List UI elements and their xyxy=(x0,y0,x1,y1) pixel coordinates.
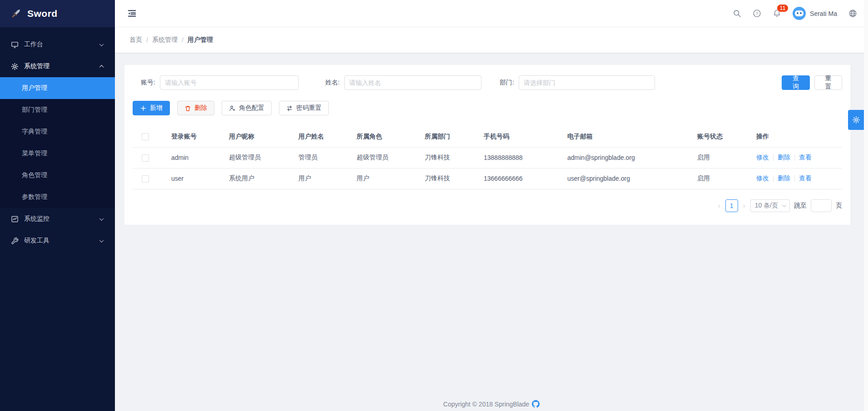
account-label: 账号: xyxy=(141,79,155,87)
query-button[interactable]: 查 询 xyxy=(782,75,810,90)
page-size-select[interactable]: 10 条/页 xyxy=(750,199,790,212)
action-divider xyxy=(794,154,795,161)
chevron-down-icon xyxy=(99,42,104,46)
add-button[interactable]: 新增 xyxy=(133,101,170,115)
github-icon[interactable] xyxy=(532,400,540,408)
cell-department: 刀锋科技 xyxy=(416,168,475,189)
submenu-item-label: 部门管理 xyxy=(22,106,47,114)
notifications-button[interactable]: 11 xyxy=(773,9,781,18)
scrollbar-track[interactable] xyxy=(864,0,868,411)
sword-icon xyxy=(10,8,22,20)
role-config-button[interactable]: 角色配置 xyxy=(222,101,272,115)
column-header-status: 账号状态 xyxy=(688,126,747,147)
sidebar-item-role-management[interactable]: 角色管理 xyxy=(0,164,115,186)
avatar xyxy=(793,7,806,20)
delete-button-label: 删除 xyxy=(194,104,207,112)
column-header-account: 登录账号 xyxy=(162,126,220,147)
prev-page-button[interactable]: ‹ xyxy=(717,202,721,209)
name-label: 姓名: xyxy=(325,79,340,87)
search-icon[interactable] xyxy=(733,9,741,18)
next-page-button[interactable]: › xyxy=(742,202,746,209)
submenu-item-label: 菜单管理 xyxy=(22,149,47,158)
submenu-item-label: 参数管理 xyxy=(22,193,47,201)
column-header-name: 用户姓名 xyxy=(289,126,347,147)
person-add-icon xyxy=(229,105,236,112)
row-checkbox[interactable] xyxy=(142,175,149,183)
cell-account: user xyxy=(162,168,220,189)
theme-settings-button[interactable] xyxy=(848,110,864,130)
delete-link[interactable]: 删除 xyxy=(778,174,790,183)
breadcrumb-current: 用户管理 xyxy=(188,36,213,44)
column-header-role: 所属角色 xyxy=(347,126,416,147)
role-config-button-label: 角色配置 xyxy=(239,104,264,112)
delete-button[interactable]: 删除 xyxy=(177,101,214,115)
topbar-actions: 11 Serati Ma xyxy=(733,7,857,20)
main-area: 11 Serati Ma 首页 / 系统管理 / 用户管理 账号: xyxy=(115,0,868,411)
swap-icon xyxy=(286,105,293,112)
view-link[interactable]: 查看 xyxy=(799,174,812,183)
cell-phone: 13666666666 xyxy=(475,168,558,189)
sidebar-item-parameter-management[interactable]: 参数管理 xyxy=(0,186,115,208)
delete-link[interactable]: 删除 xyxy=(778,154,790,162)
app-logo[interactable]: Sword xyxy=(0,0,115,27)
cell-nickname: 超级管理员 xyxy=(220,147,289,168)
page-number-button[interactable]: 1 xyxy=(725,199,738,212)
sidebar-item-dictionary-management[interactable]: 字典管理 xyxy=(0,121,115,143)
account-input[interactable] xyxy=(160,75,299,90)
password-reset-button-label: 密码重置 xyxy=(296,104,322,112)
sidebar-item-dev-tools[interactable]: 研发工具 xyxy=(0,230,115,252)
password-reset-button[interactable]: 密码重置 xyxy=(279,101,329,115)
sidebar-item-label: 工作台 xyxy=(24,40,43,49)
chart-icon xyxy=(11,215,19,223)
submenu-item-label: 用户管理 xyxy=(22,84,47,92)
add-button-label: 新增 xyxy=(150,104,163,112)
sidebar-item-user-management[interactable]: 用户管理 xyxy=(0,77,115,99)
sidebar-item-department-management[interactable]: 部门管理 xyxy=(0,99,115,121)
sidebar-item-workbench[interactable]: 工作台 xyxy=(0,34,115,55)
column-header-phone: 手机号码 xyxy=(475,126,558,147)
name-input[interactable] xyxy=(344,75,481,90)
app-title: Sword xyxy=(27,8,58,19)
table-row: user 系统用户 用户 用户 刀锋科技 13666666666 user@sp… xyxy=(133,168,842,189)
edit-link[interactable]: 修改 xyxy=(756,154,769,162)
column-header-actions: 操作 xyxy=(747,126,842,147)
breadcrumb-bar: 首页 / 系统管理 / 用户管理 xyxy=(115,27,868,53)
sidebar: Sword 工作台 系统管理 用户管理 部门管理 字典管理 菜单管理 xyxy=(0,0,115,411)
chevron-down-icon xyxy=(782,203,787,207)
view-link[interactable]: 查看 xyxy=(799,154,812,162)
jump-page-input[interactable] xyxy=(811,199,832,212)
column-header-email: 电子邮箱 xyxy=(558,126,688,147)
user-menu[interactable]: Serati Ma xyxy=(793,7,837,20)
sidebar-item-menu-management[interactable]: 菜单管理 xyxy=(0,143,115,164)
cell-email: user@springblade.org xyxy=(558,168,688,189)
reset-button[interactable]: 重 置 xyxy=(814,75,842,90)
gear-icon xyxy=(11,63,19,70)
breadcrumb-section[interactable]: 系统管理 xyxy=(152,36,178,44)
sidebar-item-system-management[interactable]: 系统管理 xyxy=(0,55,115,77)
table-row: admin 超级管理员 管理员 超级管理员 刀锋科技 13888888888 a… xyxy=(133,147,842,168)
content-area: 账号: 姓名: 部门: 查 询 重 置 xyxy=(115,53,868,411)
footer: Copyright © 2018 SpringBlade xyxy=(115,400,868,408)
department-select[interactable] xyxy=(519,75,655,90)
help-icon[interactable] xyxy=(753,9,761,18)
user-management-card: 账号: 姓名: 部门: 查 询 重 置 xyxy=(124,65,850,225)
jump-label: 跳至 xyxy=(794,202,807,210)
breadcrumb-home[interactable]: 首页 xyxy=(129,36,142,44)
account-field-group: 账号: xyxy=(141,75,299,90)
cell-department: 刀锋科技 xyxy=(416,147,475,168)
sidebar-item-label: 系统监控 xyxy=(24,215,50,223)
cell-status: 启用 xyxy=(688,168,747,189)
submenu-item-label: 角色管理 xyxy=(22,171,47,179)
select-all-checkbox[interactable] xyxy=(142,133,149,140)
name-field-group: 姓名: xyxy=(325,75,481,90)
collapse-sidebar-button[interactable] xyxy=(127,8,137,19)
table-header-row: 登录账号 用户昵称 用户姓名 所属角色 所属部门 手机号码 电子邮箱 账号状态 … xyxy=(133,126,842,147)
language-globe-icon[interactable] xyxy=(848,9,857,18)
sidebar-item-system-monitor[interactable]: 系统监控 xyxy=(0,208,115,230)
edit-link[interactable]: 修改 xyxy=(756,174,769,183)
wrench-icon xyxy=(11,237,19,245)
cell-nickname: 系统用户 xyxy=(220,168,289,189)
column-header-nickname: 用户昵称 xyxy=(220,126,289,147)
row-checkbox[interactable] xyxy=(142,154,149,162)
user-name: Serati Ma xyxy=(810,10,837,17)
